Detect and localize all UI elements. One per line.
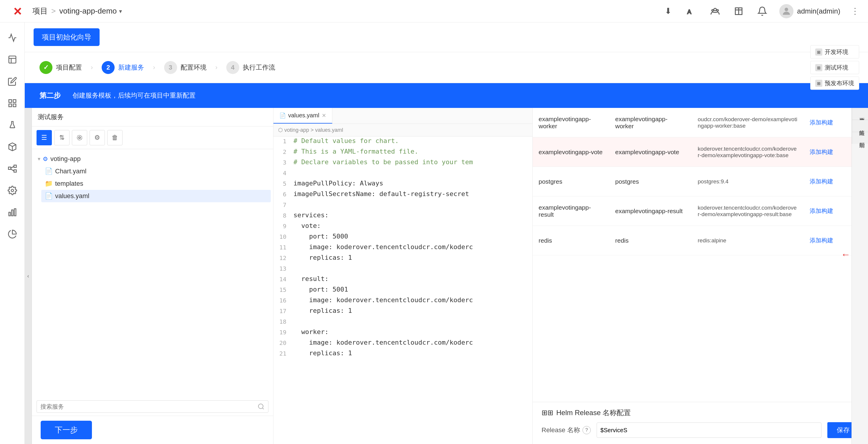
add-build-button[interactable]: 添加构建 bbox=[810, 207, 833, 215]
link-view-button[interactable] bbox=[72, 130, 87, 145]
project-name: voting-app-demo bbox=[59, 6, 117, 16]
sidebar-item-network[interactable] bbox=[3, 159, 22, 178]
helm-section: ⊞⊞ Helm Release 名称配置 Release 名称 ? 保存 bbox=[533, 402, 868, 444]
breadcrumb-project[interactable]: voting-app-demo ▾ bbox=[59, 6, 122, 16]
code-line: 8services: bbox=[273, 211, 532, 221]
logo[interactable]: × bbox=[9, 2, 27, 20]
helm-title-label: Helm Release 名称配置 bbox=[556, 408, 631, 417]
help-button[interactable]: 帮助 bbox=[852, 132, 868, 144]
image-update-button[interactable]: 镜像更新 bbox=[852, 108, 868, 120]
sidebar-item-flask[interactable] bbox=[3, 116, 22, 135]
step-4-num: 4 bbox=[226, 61, 239, 74]
cell-image: oudcr.com/koderover-demo/examplevotingap… bbox=[692, 108, 804, 137]
sidebar-item-settings[interactable] bbox=[3, 181, 22, 200]
cell-action: 添加构建 bbox=[804, 167, 851, 196]
code-line: 14 result: bbox=[273, 274, 532, 285]
sidebar-item-pm[interactable] bbox=[3, 50, 22, 69]
env-staging-label: 预发布环境 bbox=[825, 79, 854, 87]
step-3-num: 3 bbox=[164, 61, 177, 74]
cell-image: koderover.tencentcloudcr.com/koderover-d… bbox=[692, 196, 804, 226]
search-input[interactable] bbox=[40, 403, 255, 410]
collapse-panel-button[interactable]: ‹ bbox=[25, 108, 32, 444]
service-panel-title: 测试服务 bbox=[32, 108, 273, 126]
sidebar-item-pie-chart[interactable] bbox=[3, 225, 22, 243]
step-1-num: ✓ bbox=[39, 61, 53, 74]
list-view-button[interactable]: ☰ bbox=[36, 130, 52, 145]
add-build-button[interactable]: 添加构建 bbox=[810, 177, 833, 185]
book-icon[interactable] bbox=[732, 5, 745, 18]
more-menu-icon[interactable]: ⋮ bbox=[851, 6, 859, 16]
env-btn-staging[interactable]: ⊞ 预发布环境 bbox=[810, 77, 859, 90]
cell-image: postgres:9.4 bbox=[692, 167, 804, 196]
cell-action: 添加构建 bbox=[804, 196, 851, 226]
env-btn-dev[interactable]: ⊞ 开发环境 bbox=[810, 46, 859, 59]
users-icon[interactable] bbox=[709, 5, 721, 18]
delete-view-button[interactable]: 🗑 bbox=[107, 130, 123, 145]
cell-service-name: redis bbox=[533, 226, 609, 255]
sidebar-item-chart[interactable] bbox=[3, 28, 22, 47]
search-icon bbox=[257, 403, 265, 410]
table-row: examplevotingapp-result examplevotingapp… bbox=[533, 196, 868, 226]
svg-line-14 bbox=[10, 166, 14, 168]
config-view-button[interactable]: ⚙ bbox=[90, 130, 105, 145]
file-icon-chart: 📄 bbox=[45, 168, 53, 175]
tree-node-chart[interactable]: 📄 Chart.yaml bbox=[41, 165, 271, 177]
sidebar-item-cube[interactable] bbox=[3, 138, 22, 156]
header-actions: ⬇ A admin(admin) ⋮ bbox=[661, 4, 859, 18]
cell-service-name: examplevotingapp-vote bbox=[533, 138, 609, 167]
cell-service-name: examplevotingapp-worker bbox=[533, 108, 609, 137]
tab-file-icon: 📄 bbox=[279, 112, 286, 119]
cell-service-name: examplevotingapp-result bbox=[533, 196, 609, 226]
code-line: 20 image: koderover.tencentcloudcr.com/k… bbox=[273, 338, 532, 349]
add-build-button[interactable]: 添加构建 bbox=[810, 148, 833, 156]
sort-view-button[interactable]: ⇅ bbox=[54, 130, 69, 145]
code-line: 15 port: 5001 bbox=[273, 285, 532, 296]
values-yaml-tab[interactable]: 📄 values.yaml ✕ bbox=[273, 108, 332, 123]
tab-bar: 📄 values.yaml ✕ bbox=[273, 108, 532, 124]
code-line: 11 image: koderover.tencentcloudcr.com/k… bbox=[273, 243, 532, 253]
svg-rect-12 bbox=[14, 165, 16, 168]
release-row: Release 名称 ? 保存 bbox=[541, 422, 859, 438]
folder-icon-templates: 📁 bbox=[45, 180, 53, 187]
translate-icon[interactable]: A bbox=[685, 5, 698, 18]
step-1: ✓ 项目配置 bbox=[34, 58, 88, 77]
file-icon-values: 📄 bbox=[45, 192, 53, 200]
step-1-label: 项目配置 bbox=[56, 63, 82, 72]
tab-close-icon[interactable]: ✕ bbox=[322, 112, 326, 119]
service-table: examplevotingapp-worker examplevotingapp… bbox=[533, 108, 868, 402]
next-step-button[interactable]: 下一步 bbox=[41, 421, 92, 439]
tree-root-label: voting-app bbox=[51, 155, 81, 163]
logo-icon: × bbox=[13, 3, 22, 19]
tree-root-node[interactable]: ▾ ⚙ voting-app bbox=[34, 153, 271, 165]
step-3: 3 配置环境 bbox=[158, 58, 212, 77]
project-dropdown-icon[interactable]: ▾ bbox=[119, 8, 122, 15]
code-line: 5imagePullPolicy: Always bbox=[273, 179, 532, 189]
tree-node-templates[interactable]: 📁 templates bbox=[41, 177, 271, 190]
strategy-button[interactable]: 策略 bbox=[852, 120, 868, 132]
sidebar-item-edit[interactable] bbox=[3, 72, 22, 91]
svg-rect-6 bbox=[9, 100, 11, 102]
svg-rect-19 bbox=[14, 209, 16, 216]
init-wizard-button[interactable]: 项目初始化向导 bbox=[34, 28, 100, 46]
sidebar-item-grid[interactable] bbox=[3, 94, 22, 113]
top-bar: 项目初始化向导 bbox=[25, 22, 868, 52]
release-name-input[interactable] bbox=[597, 422, 822, 438]
env-btn-test[interactable]: ⊞ 测试环境 bbox=[810, 61, 859, 74]
add-build-button[interactable]: 添加构建 bbox=[810, 236, 833, 244]
svg-rect-7 bbox=[13, 100, 16, 102]
sidebar-item-bar-chart[interactable] bbox=[3, 203, 22, 222]
bell-icon[interactable] bbox=[756, 5, 769, 18]
download-icon[interactable]: ⬇ bbox=[661, 5, 675, 18]
svg-rect-9 bbox=[13, 104, 16, 107]
help-icon[interactable]: ? bbox=[583, 426, 591, 434]
svg-point-21 bbox=[77, 135, 82, 140]
add-build-button[interactable]: 添加构建 bbox=[810, 119, 833, 126]
release-label: Release 名称 ? bbox=[541, 426, 591, 435]
code-panel: 📄 values.yaml ✕ ⬡ voting-app > values.ya… bbox=[273, 108, 533, 444]
code-content[interactable]: 1# Default values for chart.2# This is a… bbox=[273, 137, 532, 444]
code-line: 12 replicas: 1 bbox=[273, 253, 532, 264]
code-line: 2# This is a YAML-formatted file. bbox=[273, 147, 532, 158]
bottom-nav: 下一步 bbox=[32, 416, 273, 444]
user-menu[interactable]: admin(admin) bbox=[779, 4, 840, 18]
tree-node-values[interactable]: 📄 values.yaml bbox=[41, 190, 271, 202]
